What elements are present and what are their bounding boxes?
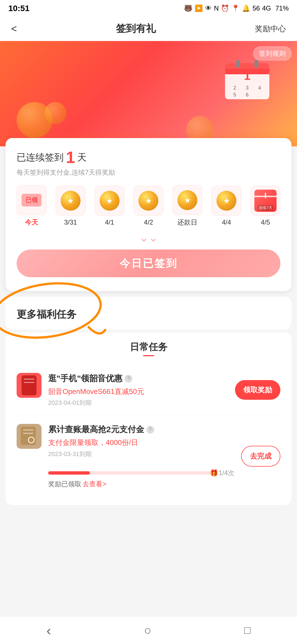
task-2-progress-section: 🎁 1/4次 奖励已领取 去查看> (48, 464, 234, 488)
streak-prefix: 已连续签到 (17, 151, 64, 164)
reward-earned-text: 奖励已领取 (48, 480, 81, 488)
day-item-today: 已领 今天 (17, 185, 47, 227)
day-item-6: ★ 4/4 (211, 186, 241, 226)
svg-text:3: 3 (246, 85, 249, 91)
lte-icon: 4G (262, 4, 271, 12)
star-icon-4: ★ (145, 196, 152, 205)
day-circle-2: ★ (56, 186, 86, 216)
nav-home-button[interactable]: ○ (144, 623, 151, 637)
streak-info: 已连续签到 1 天 (17, 149, 280, 166)
streak-subtext: 每天签到得支付金,连续7天得奖励 (17, 168, 280, 177)
day-item-5: ★ 还款日 (172, 185, 202, 227)
coin-3: ★ (100, 191, 120, 211)
svg-text:5: 5 (233, 92, 236, 98)
alarm-icon: ⏰ (221, 4, 229, 12)
svg-rect-4 (254, 60, 258, 68)
sign-rules-button[interactable]: 签到规则 (253, 47, 291, 60)
task-2-title: 累计查账最高抢2元支付金 (48, 424, 144, 435)
progress-fill (48, 471, 90, 475)
svg-rect-3 (236, 60, 240, 68)
day-label-5: 还款日 (177, 218, 197, 227)
nav-recent-button[interactable]: □ (244, 624, 250, 636)
task-2-subtitle: 支付金限量领取，4000份/日 (48, 437, 234, 447)
more-benefits-card: 更多福利任务 (6, 297, 291, 330)
task-icon-ledger (17, 424, 42, 449)
expand-chevron[interactable]: ⌄⌄ (17, 231, 280, 244)
task-1-title-row: 逛"手机"领韶音优惠 ? (48, 373, 228, 384)
back-button[interactable]: < (11, 23, 17, 35)
task-2-date: 2023-03-31到期 (48, 450, 234, 458)
day-label-6: 4/4 (222, 218, 231, 226)
day-circle-today: 已领 (17, 185, 47, 215)
day-label-3: 4/1 (105, 218, 114, 226)
day-circle-5: ★ (172, 185, 202, 215)
task-icon-phone (17, 373, 42, 398)
task-2-action-button[interactable]: 去完成 (241, 446, 280, 467)
coin-decoration-2 (44, 102, 66, 124)
task-1-action-button[interactable]: 领取奖励 (235, 380, 280, 400)
day-circle-6: ★ (211, 186, 241, 216)
day-item-4: ★ 4/2 (133, 186, 163, 226)
hero-banner: 1 2 3 4 5 6 签到规则 (0, 41, 297, 146)
reward-status-row: 奖励已领取 去查看> (48, 480, 234, 488)
day-item-7: 连续7天 4/5 (250, 186, 280, 226)
activity-icon: ▶️ (195, 4, 203, 12)
section-divider (143, 355, 154, 356)
streak-suffix: 天 (77, 151, 87, 164)
progress-count: 1/4次 (219, 469, 234, 477)
task-2-help-icon[interactable]: ? (146, 426, 154, 434)
svg-text:2: 2 (233, 85, 236, 91)
day-circle-4: ★ (133, 186, 163, 216)
gift-label: 连续7天 (258, 205, 273, 211)
day-label-7: 4/5 (261, 218, 270, 226)
signin-card: 已连续签到 1 天 每天签到得支付金,连续7天得奖励 已领 今天 ★ 3/31 … (6, 138, 291, 291)
day-circle-7: 连续7天 (250, 186, 280, 216)
task-2-title-row: 累计查账最高抢2元支付金 ? (48, 424, 234, 435)
reward-link[interactable]: 去查看> (82, 480, 106, 488)
status-time: 10:51 (8, 4, 30, 13)
daily-tasks-section: 日常任务 逛"手机"领韶音优惠 ? 韶音OpenMoveS661直减50元 20… (6, 332, 291, 505)
star-icon: ★ (67, 196, 74, 205)
status-icons: 🐻 ▶️ 👁 N ⏰ 📍 🔔 56 4G 71% (184, 4, 289, 12)
reward-center-button[interactable]: 奖励中心 (255, 24, 286, 34)
status-bar: 10:51 🐻 ▶️ 👁 N ⏰ 📍 🔔 56 4G 71% (0, 0, 297, 17)
notification-icon: 🐻 (184, 4, 192, 12)
more-benefits-title: 更多福利任务 (17, 309, 76, 320)
sign-today-button[interactable]: 今日已签到 (17, 250, 280, 277)
progress-bar: 🎁 (48, 471, 216, 475)
eye-icon: 👁 (205, 4, 212, 12)
nav-bar: < 签到有礼 奖励中心 (0, 17, 297, 41)
progress-gift-icon: 🎁 (210, 469, 218, 477)
svg-text:4: 4 (258, 85, 261, 91)
signal-icon: 56 (252, 4, 260, 12)
streak-number: 1 (66, 149, 75, 166)
day-item-3: ★ 4/1 (95, 186, 125, 226)
day-label-2: 3/31 (64, 218, 77, 226)
day-circles: 已领 今天 ★ 3/31 ★ 4/1 ★ 4/2 (17, 185, 280, 227)
star-icon-5: ★ (184, 196, 191, 205)
star-icon-3: ★ (106, 196, 113, 205)
task-1-date: 2023-04-01到期 (48, 399, 228, 407)
volume-icon: 🔔 (242, 4, 250, 12)
page-title: 签到有礼 (116, 22, 156, 35)
wifi-icon: N (214, 4, 219, 12)
day-label-today: 今天 (25, 218, 38, 227)
day-circle-3: ★ (95, 186, 125, 216)
task-1-title: 逛"手机"领韶音优惠 (48, 373, 122, 384)
daily-tasks-title: 日常任务 (17, 341, 280, 353)
bottom-spacer (0, 505, 297, 538)
coin-5: ★ (177, 190, 197, 210)
svg-text:6: 6 (246, 92, 249, 98)
task-1-subtitle: 韶音OpenMoveS661直减50元 (48, 386, 228, 396)
location-icon: 📍 (231, 4, 240, 12)
battery-percent: 71% (275, 4, 289, 12)
day-item-2: ★ 3/31 (56, 186, 86, 226)
task-1-help-icon[interactable]: ? (125, 375, 132, 383)
coin-4: ★ (138, 191, 158, 211)
progress-row: 🎁 1/4次 (48, 469, 234, 477)
day-label-4: 4/2 (144, 218, 153, 226)
task-1-content: 逛"手机"领韶音优惠 ? 韶音OpenMoveS661直减50元 2023-04… (48, 373, 228, 407)
nav-back-button[interactable]: ‹ (47, 622, 51, 638)
bottom-nav: ‹ ○ □ (0, 616, 297, 644)
task-item-2: 累计查账最高抢2元支付金 ? 支付金限量领取，4000份/日 2023-03-3… (17, 416, 280, 497)
